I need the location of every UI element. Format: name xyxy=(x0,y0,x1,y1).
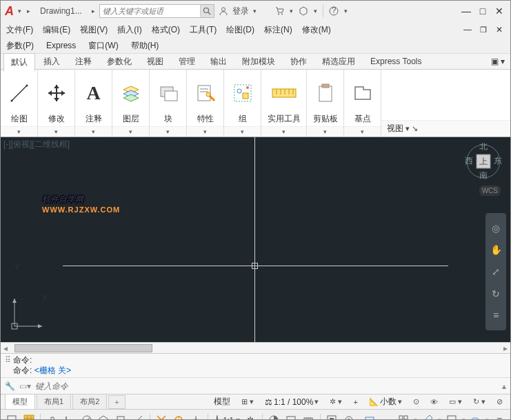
status-box-icon[interactable]: ▭ ▾ xyxy=(445,396,465,408)
panel-datum-dropdown[interactable]: ▾ xyxy=(344,126,381,137)
tab-collab[interactable]: 协作 xyxy=(283,53,314,70)
tab-express-tools[interactable]: Express Tools xyxy=(363,54,428,69)
user-icon[interactable] xyxy=(217,5,230,17)
layout-tab-2[interactable]: 布局2 xyxy=(72,394,107,410)
ribbon-collapse[interactable]: ▣ ▾ xyxy=(485,54,510,69)
status-pin-icon[interactable]: ⊘ xyxy=(493,396,506,408)
nav-zoom-icon[interactable]: ⤢ xyxy=(489,265,503,279)
status-target-icon[interactable]: ⊙ xyxy=(410,396,423,408)
help-dropdown[interactable]: ▾ xyxy=(343,8,349,14)
close-button[interactable]: ✕ xyxy=(492,4,506,18)
login-dropdown[interactable]: ▾ xyxy=(252,8,258,14)
horizontal-scrollbar[interactable]: ◂ ▸ xyxy=(1,342,510,353)
sb-isolate-icon[interactable] xyxy=(342,412,356,421)
autodesk-dropdown[interactable]: ▾ xyxy=(312,8,319,14)
doc-minimize-button[interactable]: — xyxy=(461,23,474,37)
status-refresh-icon[interactable]: ↻ ▾ xyxy=(470,396,489,408)
panel-view-label[interactable]: 视图 ▾ ↘ xyxy=(381,120,510,137)
help-icon[interactable]: ? xyxy=(328,5,340,17)
doc-dropdown[interactable]: ▸ xyxy=(90,8,97,14)
sb-dyn-icon[interactable] xyxy=(155,412,169,421)
minimize-button[interactable]: — xyxy=(459,4,473,18)
sb-cloud-icon[interactable] xyxy=(469,412,483,421)
sb-grid-icon[interactable] xyxy=(22,412,36,421)
sb-pencil-icon[interactable] xyxy=(421,412,434,421)
sb-model-icon[interactable] xyxy=(5,412,19,421)
viewport-label[interactable]: [-][俯视][二维线框] xyxy=(3,139,70,150)
status-plus-icon[interactable]: + xyxy=(350,397,361,408)
cmd-prompt-icon[interactable]: ▭▾ xyxy=(19,381,31,391)
search-input[interactable] xyxy=(100,7,200,15)
sb-annoscale-icon[interactable]: ✲ xyxy=(243,412,257,421)
panel-utility-dropdown[interactable]: ▾ xyxy=(261,126,306,137)
tab-view[interactable]: 视图 xyxy=(140,53,170,70)
status-scale[interactable]: ⚖1:1 / 100% ▾ xyxy=(261,396,322,408)
tab-insert[interactable]: 插入 xyxy=(37,53,67,70)
autodesk-icon[interactable] xyxy=(297,5,310,17)
maximize-button[interactable]: □ xyxy=(476,4,490,18)
tab-annotate[interactable]: 注释 xyxy=(68,53,99,70)
menu-help[interactable]: 帮助(H) xyxy=(131,40,159,52)
menu-express[interactable]: Express xyxy=(46,41,76,50)
menu-tools[interactable]: 工具(T) xyxy=(190,24,217,36)
cart-icon[interactable] xyxy=(273,5,285,17)
sb-layer2-icon[interactable] xyxy=(445,412,459,421)
sb-lwt-icon[interactable] xyxy=(172,412,186,421)
panel-block[interactable]: 块 ▾ xyxy=(150,70,187,137)
panel-utilities[interactable]: 实用工具 ▾ xyxy=(261,70,307,137)
sb-ws-icon[interactable] xyxy=(267,412,281,421)
sb-line-icon[interactable] xyxy=(380,412,394,421)
layout-tab-1[interactable]: 布局1 xyxy=(37,394,71,410)
panel-draw[interactable]: 绘图 ▾ xyxy=(1,70,38,137)
nav-pan-icon[interactable]: ✋ xyxy=(489,243,503,257)
menu-draw[interactable]: 绘图(D) xyxy=(226,24,254,36)
panel-group-dropdown[interactable]: ▾ xyxy=(224,126,261,137)
app-menu-dropdown[interactable]: ▾ xyxy=(17,8,23,14)
tab-parametric[interactable]: 参数化 xyxy=(100,53,139,70)
sb-iso-icon[interactable] xyxy=(97,412,110,421)
viewcube[interactable]: 上北南西东 xyxy=(465,143,502,180)
layout-tab-model[interactable]: 模型 xyxy=(5,394,35,410)
sb-grid2-icon[interactable] xyxy=(397,412,410,421)
command-input[interactable] xyxy=(35,381,498,391)
menu-window[interactable]: 窗口(W) xyxy=(88,40,118,52)
panel-layer[interactable]: 图层 ▾ xyxy=(112,70,150,137)
tab-manage[interactable]: 管理 xyxy=(172,53,202,70)
panel-draw-dropdown[interactable]: ▾ xyxy=(1,126,37,137)
menu-file[interactable]: 文件(F) xyxy=(6,24,33,36)
panel-group[interactable]: 组 ▾ xyxy=(224,70,261,137)
status-decimal[interactable]: 📐 小数 ▾ xyxy=(365,394,405,409)
nav-orbit-icon[interactable]: ↻ xyxy=(489,287,503,301)
sb-osnap-icon[interactable] xyxy=(114,412,128,421)
login-link[interactable]: 登录 xyxy=(232,6,249,17)
customize-icon[interactable]: 🔧 xyxy=(5,381,15,391)
layout-tab-add[interactable]: + xyxy=(108,395,125,409)
nav-wheel-icon[interactable]: ◎ xyxy=(489,221,503,235)
sb-transparency-icon[interactable] xyxy=(189,412,203,421)
panel-clipboard[interactable]: 剪贴板 ▾ xyxy=(307,70,344,137)
status-eye-icon[interactable]: 👁 xyxy=(427,397,441,408)
sb-polar-icon[interactable] xyxy=(80,412,94,421)
panel-modify-dropdown[interactable]: ▾ xyxy=(38,126,74,137)
cmd-grip-icon[interactable]: ⠿ xyxy=(5,355,10,376)
menu-format[interactable]: 格式(O) xyxy=(152,24,180,36)
nav-more-icon[interactable]: ≡ xyxy=(489,308,503,322)
tab-addons[interactable]: 附加模块 xyxy=(235,53,282,70)
panel-annotation[interactable]: A 注释 ▾ xyxy=(75,70,112,137)
tab-output[interactable]: 输出 xyxy=(203,53,234,70)
status-gear-icon[interactable]: ✲ ▾ xyxy=(326,396,345,408)
drawing-canvas[interactable]: [-][俯视][二维线框] 软件自学网 WWW.RJZXW.COM 上北南西东 … xyxy=(1,137,510,342)
cmd-recent-icon[interactable]: ▴ xyxy=(502,381,506,391)
sb-ortho-icon[interactable] xyxy=(63,412,77,421)
menu-modify[interactable]: 修改(M) xyxy=(302,24,331,36)
sb-hw-icon[interactable] xyxy=(363,412,377,421)
navigation-bar[interactable]: ◎ ✋ ⤢ ↻ ≡ xyxy=(485,213,506,330)
panel-block-dropdown[interactable]: ▾ xyxy=(150,126,186,137)
scrollbar-thumb[interactable] xyxy=(14,344,152,352)
menu-parametric[interactable]: 参数(P) xyxy=(6,40,34,52)
panel-modify[interactable]: 修改 ▾ xyxy=(38,70,75,137)
sb-snap-icon[interactable] xyxy=(46,412,59,421)
panel-clipboard-dropdown[interactable]: ▾ xyxy=(307,126,343,137)
sb-menu-icon[interactable]: ≡ xyxy=(492,412,506,421)
sb-units-icon[interactable] xyxy=(301,412,315,421)
